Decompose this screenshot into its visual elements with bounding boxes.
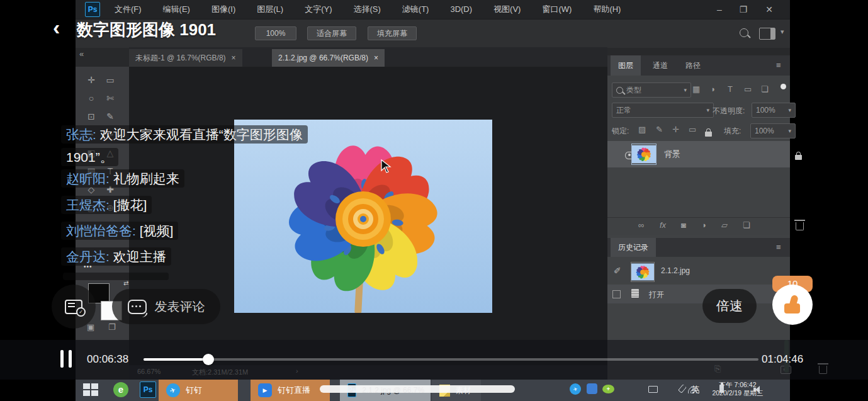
task-list-check-icon — [65, 300, 82, 314]
history-source-checkbox[interactable] — [612, 290, 621, 298]
like-button[interactable] — [772, 285, 813, 325]
panel-menu-icon[interactable]: ≡ — [776, 61, 782, 70]
app-tray-icon[interactable] — [587, 383, 597, 394]
menu-view[interactable]: 视图(V) — [483, 0, 531, 19]
tab-channels[interactable]: 通道 — [645, 55, 675, 76]
layer-group-icon[interactable]: ▱ — [721, 220, 728, 230]
layers-footer — [607, 217, 790, 235]
tab-layers[interactable]: 图层 — [611, 55, 641, 76]
thumbs-up-icon — [782, 295, 803, 314]
lock-transparency-icon[interactable]: ▨ — [638, 125, 646, 134]
menu-filter[interactable]: 滤镜(T) — [392, 0, 440, 19]
menu-type[interactable]: 文字(Y) — [294, 0, 342, 19]
close-button[interactable]: ✕ — [758, 1, 780, 18]
link-layers-icon[interactable]: ∞ — [638, 220, 644, 230]
lasso-tool-icon[interactable]: ○ — [89, 93, 94, 103]
antivirus-tray-icon[interactable]: + — [602, 385, 614, 393]
menu-image[interactable]: 图像(I) — [201, 0, 246, 19]
history-open-row[interactable]: 打开 — [607, 285, 790, 303]
menu-help[interactable]: 帮助(H) — [582, 0, 631, 19]
menu-3d[interactable]: 3D(D) — [439, 0, 483, 19]
seek-bar-progress — [144, 358, 208, 361]
filter-pixel-icon[interactable]: ▦ — [692, 84, 700, 94]
fill-screen-button[interactable]: 填充屏幕 — [368, 26, 417, 40]
layer-effects-icon[interactable]: fx — [660, 220, 666, 230]
menu-window[interactable]: 窗口(W) — [531, 0, 582, 19]
history-brush-source-icon[interactable]: ✐ — [614, 266, 621, 276]
seek-bar-thumb[interactable] — [203, 354, 214, 365]
minimize-button[interactable]: – — [709, 1, 730, 18]
menu-edit[interactable]: 编辑(E) — [152, 0, 201, 19]
tab-untitled-1[interactable]: 未标题-1 @ 16.7%(RGB/8) × — [129, 49, 242, 67]
layers-tab-bar: 图层 通道 路径 ≡ — [607, 55, 790, 76]
search-icon[interactable] — [740, 28, 748, 37]
filter-toggle-icon[interactable] — [781, 84, 786, 89]
video-seek-overlay[interactable] — [320, 385, 515, 393]
lock-all-icon[interactable] — [705, 132, 712, 137]
seek-bar-track[interactable] — [144, 358, 758, 361]
start-button[interactable] — [83, 383, 98, 396]
menu-select[interactable]: 选择(S) — [342, 0, 391, 19]
move-tool-icon[interactable]: ✛ — [87, 75, 95, 85]
tab-history[interactable]: 历史记录 — [611, 238, 656, 257]
lock-artboard-icon[interactable]: ▭ — [689, 125, 696, 134]
swap-colors-icon[interactable]: ⇄ — [123, 280, 128, 286]
tab-close-icon[interactable]: × — [374, 49, 378, 67]
menu-file[interactable]: 文件(F) — [104, 0, 152, 19]
playback-speed-button[interactable]: 倍速 — [702, 289, 757, 323]
marquee-tool-icon[interactable]: ▭ — [106, 75, 114, 85]
lock-pixels-icon[interactable]: ✎ — [656, 125, 663, 134]
screen-mode-icon[interactable]: ❐ — [108, 322, 116, 332]
chevron-down-icon[interactable]: ▾ — [781, 28, 784, 36]
lock-position-icon[interactable]: ✛ — [672, 125, 679, 134]
filter-adjustment-icon[interactable]: ◑ — [710, 84, 715, 94]
eyedropper-tool-icon[interactable]: ✎ — [106, 111, 114, 121]
opacity-label: 不透明度: — [713, 106, 745, 116]
dingtalk-icon: ✈ — [166, 383, 180, 397]
quick-mask-icon[interactable]: ▣ — [87, 322, 94, 332]
layer-thumbnail[interactable] — [631, 144, 657, 165]
tab-close-icon[interactable]: × — [232, 49, 236, 67]
layer-name[interactable]: 背景 — [664, 149, 680, 160]
taskbar-item-dingtalk[interactable]: ✈ 钉钉 — [159, 380, 238, 401]
layer-filter-dropdown[interactable]: 类型 ▾ — [612, 82, 691, 98]
blend-mode-dropdown[interactable]: 正常 ▾ — [612, 103, 714, 118]
fit-screen-button[interactable]: 适合屏幕 — [307, 26, 356, 40]
back-icon[interactable]: ‹ — [53, 15, 60, 40]
restore-button[interactable]: ❐ — [733, 1, 754, 18]
crop-tool-icon[interactable]: ⊡ — [87, 111, 95, 121]
input-language-indicator[interactable]: 英 — [691, 384, 699, 395]
opacity-value[interactable]: 100% ▾ — [752, 103, 796, 118]
device-icon[interactable] — [648, 386, 658, 393]
fill-value[interactable]: 100% ▾ — [750, 123, 796, 138]
screen: Ps 文件(F) 编辑(E) 图像(I) 图层(L) 文字(Y) 选择(S) 滤… — [0, 0, 868, 401]
filter-smart-object-icon[interactable]: ❏ — [761, 84, 769, 94]
filter-type-icon[interactable]: T — [728, 84, 733, 94]
post-comment-button[interactable]: 发表评论 — [112, 289, 220, 324]
delete-layer-icon[interactable] — [796, 222, 804, 230]
zoom-100-button[interactable]: 100% — [255, 26, 296, 40]
tab-paths[interactable]: 路径 — [678, 55, 708, 76]
filter-shape-icon[interactable]: ▭ — [744, 84, 752, 94]
pause-button[interactable] — [60, 350, 72, 368]
tasks-button[interactable] — [52, 285, 96, 329]
mouse-cursor-icon — [379, 159, 393, 175]
photoshop-taskbar-icon[interactable]: Ps — [140, 381, 156, 398]
tab-212-jpg[interactable]: 2.1.2.jpg @ 66.7%(RGB/8) × — [272, 49, 385, 67]
workspace-icon[interactable] — [759, 28, 775, 40]
collapse-panel-icon[interactable]: « — [79, 49, 84, 59]
history-open-label: 打开 — [649, 290, 664, 300]
browser-taskbar-icon[interactable]: e — [113, 382, 128, 397]
adjustment-layer-icon[interactable]: ◑ — [701, 220, 706, 230]
quick-select-tool-icon[interactable]: ✄ — [106, 93, 114, 103]
taskbar-item-dingtalk-live[interactable]: ▶ 钉钉直播 — [251, 380, 330, 401]
history-menu-icon[interactable]: ≡ — [776, 243, 782, 252]
menu-layer[interactable]: 图层(L) — [246, 0, 294, 19]
new-layer-icon[interactable]: ❏ — [743, 220, 750, 230]
chat-username: 刘恺怡爸爸: — [66, 223, 136, 238]
taskbar-clock[interactable]: 下午 7:06:42 2020/2/19 星期三 — [707, 381, 768, 397]
dingtalk-tray-icon[interactable]: ✈ — [570, 383, 581, 395]
fill-label: 填充: — [724, 126, 741, 137]
history-entry-row[interactable]: ✐ 2.1.2.jpg — [607, 259, 790, 283]
layer-mask-icon[interactable]: ◙ — [681, 220, 686, 230]
